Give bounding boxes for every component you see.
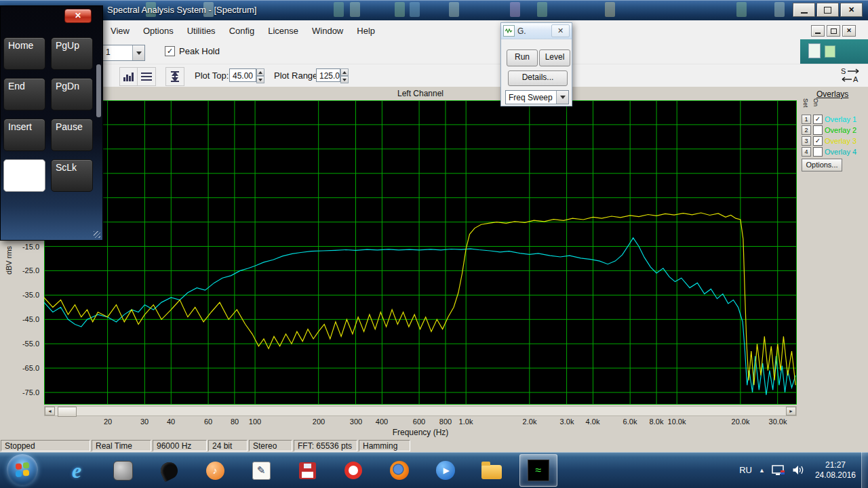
run-button[interactable]: Run: [507, 49, 538, 66]
internet-explorer-icon-button[interactable]: e: [58, 455, 95, 486]
overlay-3-on-checkbox[interactable]: ✓: [813, 136, 823, 146]
toolbar-row-1: 1 ✓ Peak Hold: [0, 41, 868, 64]
disk-utility-icon-button[interactable]: [289, 455, 326, 486]
scrollbar-thumb[interactable]: [58, 407, 77, 417]
tray-clock[interactable]: 21:27 24.08.2016: [815, 460, 856, 481]
combobox-dropdown-button[interactable]: [132, 45, 144, 60]
firefox-browser-icon-button[interactable]: [381, 455, 418, 486]
volume-tray-icon[interactable]: [792, 465, 804, 475]
plot-top-spinner[interactable]: [256, 68, 264, 83]
plot-top-field[interactable]: 45.00: [229, 68, 256, 82]
window-title: Spectral Analysis System - [Spectrum]: [107, 5, 256, 15]
status-panel-3: 24 bit: [208, 440, 248, 451]
file-explorer-icon-button[interactable]: [473, 455, 510, 486]
channel-combobox[interactable]: 1: [102, 45, 145, 61]
keyboard-scrollbar[interactable]: [96, 64, 101, 117]
minimize-button[interactable]: [793, 3, 815, 17]
key-pause[interactable]: Pause: [51, 119, 93, 151]
overlay-2-on-checkbox[interactable]: [813, 125, 823, 135]
scroll-right-button[interactable]: ►: [786, 407, 796, 415]
menu-config[interactable]: Config: [222, 23, 262, 39]
utility-app-icon-button[interactable]: [104, 455, 141, 486]
key-end[interactable]: End: [3, 78, 45, 110]
video-player-icon-button[interactable]: ▶: [427, 455, 464, 486]
plot-top-label: Plot Top:: [195, 70, 229, 81]
spin-up-icon[interactable]: [340, 68, 349, 76]
overlays-title: Overlays: [816, 89, 848, 99]
details-button[interactable]: Details...: [508, 70, 568, 86]
key-insert[interactable]: Insert: [3, 119, 45, 151]
horizontal-scrollbar[interactable]: ◄ ►: [44, 406, 797, 416]
plot-range-spinner[interactable]: [340, 68, 349, 83]
keyboard-close-button[interactable]: ✕: [64, 9, 92, 23]
opera-browser-icon: [344, 462, 362, 479]
opera-browser-icon-button[interactable]: [335, 455, 372, 486]
spin-down-icon[interactable]: [256, 76, 264, 83]
overlay-rows: 1✓Overlay 12Overlay 23✓Overlay 34Overlay…: [802, 114, 856, 157]
language-indicator[interactable]: RU: [739, 465, 752, 475]
combobox-dropdown-button[interactable]: [556, 91, 568, 104]
notes-editor-icon-button[interactable]: ✎: [243, 455, 279, 486]
overlay-4-on-checkbox[interactable]: [813, 147, 823, 157]
menu-help[interactable]: Help: [350, 23, 382, 39]
menu-view[interactable]: View: [104, 23, 136, 39]
spectrum-analyzer-app-icon-button[interactable]: ≈: [519, 454, 557, 487]
close-button[interactable]: ✕: [840, 3, 863, 17]
start-button[interactable]: [7, 454, 38, 485]
sweep-mode-combobox[interactable]: Freq Sweep: [505, 90, 569, 104]
menu-window[interactable]: Window: [305, 23, 350, 39]
scrollbar-track[interactable]: [55, 407, 786, 415]
overlay-3-set-button[interactable]: 3: [802, 136, 811, 146]
show-desktop-button[interactable]: [861, 452, 868, 488]
table-view-toolbutton[interactable]: [137, 67, 156, 86]
overlay-4-set-button[interactable]: 4: [802, 147, 811, 157]
x-tick-label: 80: [231, 418, 239, 426]
key-blank[interactable]: [3, 159, 45, 192]
spin-down-icon[interactable]: [340, 76, 349, 83]
audio-player-icon-button[interactable]: ♪: [197, 455, 233, 486]
menu-options[interactable]: Options: [136, 23, 180, 39]
mdi-close-button[interactable]: ✕: [842, 25, 856, 37]
mdi-restore-button[interactable]: [827, 25, 840, 37]
overlay-1-set-button[interactable]: 1: [802, 115, 811, 124]
generator-close-button[interactable]: ✕: [551, 24, 570, 37]
display-tray-icon[interactable]: [772, 465, 785, 476]
mdi-minimize-button[interactable]: [811, 25, 825, 37]
key-home[interactable]: Home: [3, 37, 45, 70]
level-button[interactable]: Level: [539, 49, 570, 66]
overlay-1-on-checkbox[interactable]: ✓: [813, 115, 823, 124]
audio-player-icon: ♪: [206, 462, 224, 480]
spectrum-plot[interactable]: [44, 100, 797, 405]
x-tick-label: 40: [167, 418, 175, 426]
maximize-button[interactable]: [816, 3, 839, 17]
app-title-bar: Spectral Analysis System - [Spectrum] ✕: [0, 0, 868, 20]
spectrum-averaging-toolbutton[interactable]: S A: [838, 66, 863, 85]
x-tick-label: 8.0k: [650, 418, 664, 426]
y-tick-label: -55.0: [1, 340, 39, 348]
overlays-options-button[interactable]: Options...: [802, 159, 842, 171]
key-pgup[interactable]: PgUp: [51, 37, 93, 70]
onscreen-keyboard-window: ✕ HomePgUpEndPgDnInsertPauseScLk: [0, 5, 103, 241]
peak-hold-checkbox[interactable]: ✓: [165, 46, 175, 56]
bars-icon: [123, 71, 135, 82]
overlay-2-set-button[interactable]: 2: [802, 125, 811, 135]
rows-icon: [140, 71, 153, 82]
menu-utilities[interactable]: Utilities: [180, 23, 222, 39]
x-tick-label: 400: [376, 418, 388, 426]
resize-grip-icon[interactable]: [94, 231, 100, 238]
spin-up-icon[interactable]: [256, 68, 264, 76]
x-axis-labels: 20304060801002003004006008001.0k2.0k3.0k…: [44, 418, 797, 427]
hidden-icons-chevron-icon[interactable]: ▲: [759, 467, 765, 474]
foobar2000-icon-button[interactable]: [151, 455, 187, 486]
scroll-left-button[interactable]: ◄: [45, 407, 55, 415]
spectrum-bars-toolbutton[interactable]: [119, 67, 138, 86]
sweep-mode-value: Freq Sweep: [506, 91, 556, 104]
menu-license[interactable]: License: [261, 23, 305, 39]
key-sclk[interactable]: ScLk: [51, 159, 93, 192]
x-tick-label: 60: [204, 418, 212, 426]
desktop-icon-fragment: [449, 2, 459, 17]
tray-date: 24.08.2016: [815, 470, 856, 481]
key-pgdn[interactable]: PgDn: [51, 78, 93, 110]
plot-range-field[interactable]: 125.0: [316, 68, 340, 82]
fit-vertical-toolbutton[interactable]: [165, 67, 184, 86]
